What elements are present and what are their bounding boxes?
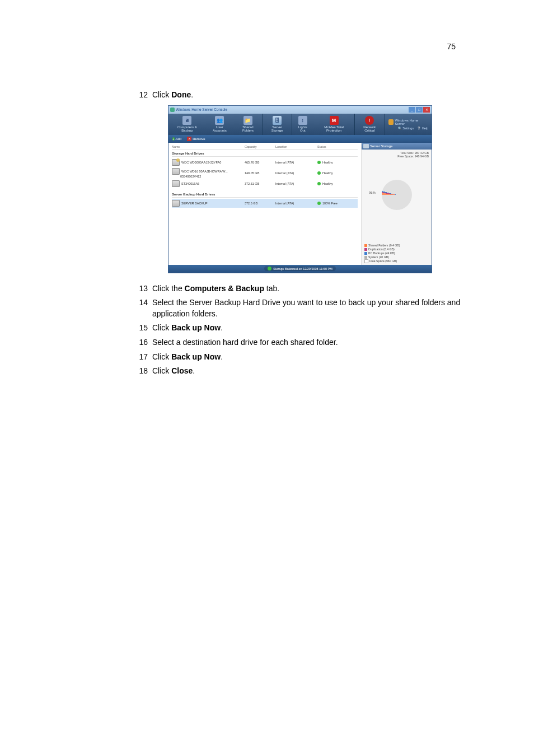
step-number: 17 [134, 352, 148, 363]
lightsout-icon: ↕ [298, 116, 307, 125]
tab-user-accounts[interactable]: 👥 User Accounts [206, 114, 233, 135]
step-text: Click Done. [152, 90, 467, 101]
step-12: 12 Click Done. [134, 90, 467, 101]
status-bar: Storage Balanced on 12/29/2008 11:50 PM [168, 265, 432, 273]
drive-location: Internal (ATA) [275, 171, 317, 175]
tab-computers-backup[interactable]: 🖥 Computers & Backup [168, 114, 206, 135]
step-number: 15 [134, 323, 148, 334]
drive-capacity: 465.76 GB [245, 161, 275, 164]
minimize-button[interactable]: _ [409, 107, 415, 113]
drive-status: Healthy [322, 182, 333, 185]
computers-icon: 🖥 [182, 116, 191, 125]
tab-lights-out[interactable]: ↕ Lights Out [292, 114, 313, 135]
status-text: Storage Balanced on 12/29/2008 11:50 PM [273, 267, 332, 270]
drive-name: WDC WD5000AAJS-22YFA0 [181, 161, 221, 164]
table-row[interactable]: WDC WD5000AAJS-22YFA0 465.76 GB Internal… [172, 158, 358, 167]
pie-legend: Shared Folders (0.4 GB) Duplication (0.4… [364, 244, 429, 263]
step-14: 14 Select the Server Backup Hard Drive y… [134, 297, 467, 319]
section-backup-drives: Server Backup Hard Drives [172, 192, 358, 198]
legend-swatch [364, 259, 368, 263]
drive-location: Internal (ATA) [275, 182, 317, 185]
legend-swatch [364, 256, 367, 259]
pie-percent-label: 96% [369, 191, 376, 194]
step-15: 15 Click Back up Now. [134, 323, 467, 334]
step-text: Click the Computers & Backup tab. [152, 283, 467, 295]
drive-icon [172, 180, 180, 187]
drive-status: Healthy [322, 161, 333, 164]
status-dot-icon [317, 182, 321, 185]
remove-button[interactable]: ✕ Remove [185, 136, 207, 142]
legend-swatch [364, 244, 367, 247]
table-row[interactable]: ST340015A5 372.61 GB Internal (ATA) Heal… [172, 179, 358, 188]
column-location[interactable]: Location [275, 145, 317, 148]
step-17: 17 Click Back up Now. [134, 352, 467, 363]
table-row[interactable]: WDC WD16 00AAJB-00WRA W... 05540802V412 … [172, 167, 358, 179]
add-icon: + [172, 137, 175, 141]
step-13: 13 Click the Computers & Backup tab. [134, 283, 467, 295]
whs-icon [388, 119, 394, 125]
drive-status: Healthy [322, 171, 333, 175]
maximize-button[interactable]: □ [416, 107, 423, 113]
step-text: Select the Server Backup Hard Drive you … [152, 297, 467, 319]
step-text: Click Close. [152, 366, 467, 377]
whs-console-screenshot: Windows Home Server Console _ □ ✕ 🖥 Comp… [168, 105, 432, 273]
status-dot-icon [317, 202, 321, 205]
add-button[interactable]: + Add [171, 137, 183, 141]
total-size-label: Total Size: 987.42 GB [364, 151, 429, 155]
window-title: Windows Home Server Console [176, 108, 227, 111]
whs-brand-label: Windows Home Server [395, 119, 428, 125]
drive-capacity: 372.61 GB [245, 182, 275, 185]
drive-icon [172, 200, 180, 207]
storage-pie-chart [382, 180, 412, 210]
step-18: 18 Click Close. [134, 366, 467, 377]
drive-name: ST340015A5 [181, 182, 199, 185]
backup-drive-name: SERVER BACKUP [181, 202, 208, 205]
drive-icon [172, 168, 180, 175]
step-number: 16 [134, 337, 148, 348]
close-button[interactable]: ✕ [423, 107, 430, 113]
column-name[interactable]: Name [172, 145, 245, 148]
action-bar: + Add ✕ Remove [168, 135, 432, 143]
folders-icon: 📁 [243, 116, 252, 125]
drive-name: WDC WD16 00AAJB-00WRA W... [181, 170, 228, 173]
drive-capacity: 372.6 GB [245, 202, 275, 205]
users-icon: 👥 [215, 116, 224, 125]
column-capacity[interactable]: Capacity [245, 145, 275, 148]
step-number: 18 [134, 366, 148, 377]
drive-location: Internal (ATA) [275, 161, 317, 164]
help-link[interactable]: ❔ Help [417, 127, 428, 130]
remove-icon: ✕ [187, 137, 191, 141]
system-drive-icon [172, 159, 180, 166]
window-titlebar: Windows Home Server Console _ □ ✕ [168, 106, 432, 114]
server-storage-panel: Server Storage Total Size: 987.42 GB Fre… [361, 143, 432, 265]
step-text: Click Back up Now. [152, 352, 467, 363]
drive-list-pane: Name Capacity Location Status Storage Ha… [168, 143, 361, 265]
legend-swatch [364, 248, 367, 251]
status-dot-icon [317, 161, 321, 164]
step-16: 16 Select a destination hard drive for e… [134, 337, 467, 348]
free-space-label: Free Space: 948.94 GB [364, 155, 429, 158]
panel-drive-icon [363, 144, 369, 148]
drive-location: Internal (ATA) [275, 202, 317, 205]
drive-capacity: 149.05 GB [245, 171, 275, 175]
step-text: Click Back up Now. [152, 323, 467, 334]
tab-shared-folders[interactable]: 📁 Shared Folders [233, 114, 263, 135]
drive-serial: 05540802V412 [172, 175, 245, 178]
tab-network[interactable]: ! Network Critical [355, 114, 385, 135]
main-toolbar: 🖥 Computers & Backup 👥 User Accounts 📁 S… [168, 114, 432, 135]
drive-status: 100% Free [322, 202, 338, 205]
mcafee-icon: M [330, 116, 339, 125]
section-storage-drives: Storage Hard Drives [172, 151, 358, 157]
table-row-selected[interactable]: SERVER BACKUP 372.6 GB Internal (ATA) 10… [172, 199, 358, 208]
status-ok-icon [268, 267, 271, 270]
network-critical-icon: ! [365, 116, 374, 125]
step-number: 13 [134, 283, 148, 295]
storage-icon: 🗄 [273, 116, 282, 125]
tab-server-storage[interactable]: 🗄 Server Storage [263, 114, 292, 135]
tab-mcafee[interactable]: M McAfee Total Protection [313, 114, 354, 135]
column-status[interactable]: Status [317, 145, 351, 148]
step-number: 12 [134, 90, 148, 101]
settings-link[interactable]: 🔍 Settings [398, 127, 414, 130]
page-number: 75 [447, 42, 456, 51]
status-dot-icon [317, 171, 321, 175]
